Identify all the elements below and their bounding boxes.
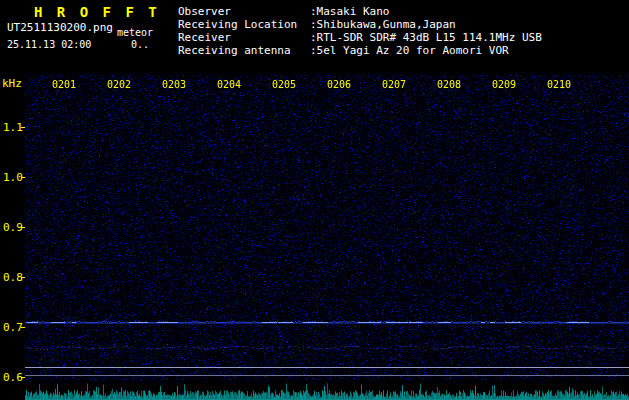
y-axis-tick xyxy=(21,177,25,178)
counter-label: 0.. xyxy=(131,39,149,50)
y-axis-tick xyxy=(21,277,25,278)
location-value: :Shibukawa,Gunma,Japan xyxy=(310,18,456,31)
y-tick-label: 1.0 xyxy=(3,171,23,184)
antenna-label: Receiving antenna xyxy=(178,44,310,57)
y-axis-tick xyxy=(21,327,25,328)
x-tick-label: 0205 xyxy=(272,79,296,90)
location-label: Receiving Location xyxy=(178,18,310,31)
station-info-row: Receiving antenna :5el Yagi Az 20 for Ao… xyxy=(178,44,542,57)
station-info: Observer :Masaki Kano Receiving Location… xyxy=(178,5,542,57)
station-info-row: Observer :Masaki Kano xyxy=(178,5,542,18)
observer-label: Observer xyxy=(178,5,310,18)
station-info-row: Receiving Location :Shibukawa,Gunma,Japa… xyxy=(178,18,542,31)
y-tick-label: 0.9 xyxy=(3,221,23,234)
level-strip-canvas xyxy=(25,382,629,400)
y-tick-label: 0.7 xyxy=(3,321,23,334)
mode-label: meteor xyxy=(117,27,153,38)
hrofft-screen: H R O F F T UT2511130200.png meteor 25.1… xyxy=(0,0,629,400)
app-title: H R O F F T xyxy=(34,4,160,20)
datetime-label: 25.11.13 02:00 xyxy=(7,39,91,50)
x-tick-label: 0202 xyxy=(107,79,131,90)
y-axis-tick xyxy=(21,227,25,228)
output-filename: UT2511130200.png xyxy=(7,21,113,34)
spectrogram-canvas xyxy=(25,75,629,380)
y-axis-unit: kHz xyxy=(2,77,22,90)
x-tick-label: 0204 xyxy=(217,79,241,90)
antenna-value: :5el Yagi Az 20 for Aomori VOR xyxy=(310,44,509,57)
observer-value: :Masaki Kano xyxy=(310,5,389,18)
y-axis-tick xyxy=(21,377,25,378)
receiver-value: :RTL-SDR SDR# 43dB L15 114.1MHz USB xyxy=(310,31,542,44)
x-tick-label: 0201 xyxy=(52,79,76,90)
y-tick-label: 0.6 xyxy=(3,371,23,384)
receiver-label: Receiver xyxy=(178,31,310,44)
x-tick-label: 0207 xyxy=(382,79,406,90)
y-tick-label: 1.1 xyxy=(3,121,23,134)
x-tick-label: 0209 xyxy=(492,79,516,90)
x-tick-label: 0203 xyxy=(162,79,186,90)
x-tick-label: 0208 xyxy=(437,79,461,90)
x-tick-label: 0206 xyxy=(327,79,351,90)
y-axis-tick xyxy=(21,127,25,128)
x-tick-label: 0210 xyxy=(547,79,571,90)
y-tick-label: 0.8 xyxy=(3,271,23,284)
station-info-row: Receiver :RTL-SDR SDR# 43dB L15 114.1MHz… xyxy=(178,31,542,44)
